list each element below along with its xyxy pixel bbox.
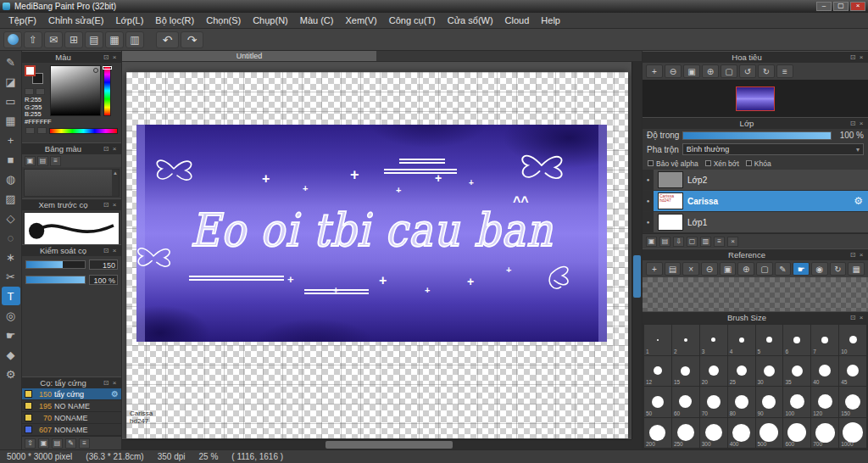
layer-checkbox-2[interactable]: Khóa: [746, 159, 771, 168]
gear-icon[interactable]: ⚙: [111, 389, 119, 399]
clipboard-icon[interactable]: ⊞: [64, 31, 83, 48]
brush-size-150[interactable]: 150: [839, 387, 866, 417]
horizontal-scrollbar[interactable]: [122, 439, 632, 449]
slider-value[interactable]: 150: [89, 259, 118, 270]
close-panel-icon[interactable]: ×: [110, 53, 119, 61]
brush-size-300[interactable]: 300: [700, 418, 727, 449]
float-panel-icon[interactable]: ⊡: [102, 247, 110, 254]
gradient-tool[interactable]: ▨: [2, 189, 20, 208]
ref-close-icon[interactable]: ×: [682, 262, 699, 276]
close-panel-icon[interactable]: ×: [110, 247, 119, 254]
float-panel-icon[interactable]: ⊡: [102, 201, 110, 209]
transparent-color-button[interactable]: [36, 88, 45, 95]
float-panel-icon[interactable]: ⊡: [102, 145, 110, 153]
brush-size-80[interactable]: 80: [728, 387, 755, 417]
brush-size-600[interactable]: 600: [783, 418, 810, 449]
folder-icon[interactable]: ▢: [687, 237, 698, 247]
brush-size-2[interactable]: 2: [672, 325, 699, 355]
duplicate-layer-icon[interactable]: ▥: [700, 237, 711, 247]
menu-item-0[interactable]: Tệp(F): [3, 14, 42, 27]
float-panel-icon[interactable]: ⊡: [849, 120, 857, 127]
layer-row[interactable]: ●Lớp2: [643, 170, 868, 191]
brush-item[interactable]: 607NONAME: [22, 424, 121, 436]
vertical-scrollbar[interactable]: [632, 62, 642, 439]
import-layer-icon[interactable]: ⇩: [673, 237, 684, 247]
gear-icon[interactable]: ⚙: [854, 195, 863, 207]
ref-hand-icon[interactable]: ☛: [793, 262, 810, 276]
brush-size-200[interactable]: 200: [644, 418, 671, 449]
brush-size-90[interactable]: 90: [756, 387, 783, 417]
nav-zoom-in-icon[interactable]: ⊕: [702, 64, 719, 78]
undo-button[interactable]: ↶: [156, 31, 179, 48]
visibility-dot[interactable]: ●: [643, 170, 654, 190]
slider-track[interactable]: [25, 276, 86, 284]
brush-size-10[interactable]: 10: [839, 325, 866, 355]
ref-zoom-in-icon[interactable]: ⊕: [737, 262, 754, 276]
brush-item[interactable]: 150tẩy cứng⚙: [22, 388, 121, 400]
brush-size-7[interactable]: 7: [811, 325, 838, 355]
brush-item[interactable]: 195NO NAME: [22, 400, 121, 412]
brush-size-1000[interactable]: 1000: [839, 418, 866, 449]
foreground-color-swatch[interactable]: [25, 65, 36, 76]
layer-row[interactable]: ●Carissa hd247Carissa⚙: [643, 191, 868, 212]
nav-actual-size-icon[interactable]: ▢: [721, 64, 737, 78]
paint-brush-icon[interactable]: [3, 31, 22, 48]
swap-colors-button[interactable]: [25, 88, 34, 95]
brush-size-100[interactable]: 100: [783, 387, 810, 417]
brush-size-slider[interactable]: 150: [25, 259, 118, 270]
ref-move-icon[interactable]: +: [646, 262, 663, 276]
layer-checkbox-1[interactable]: Xén bớt: [705, 159, 739, 168]
hue-slider[interactable]: [103, 65, 111, 116]
menu-item-6[interactable]: Màu (C): [294, 14, 340, 27]
delete-swatch-icon[interactable]: ▤: [37, 156, 48, 166]
export-icon[interactable]: ⇧: [24, 31, 42, 48]
fill-rect-tool[interactable]: ■: [2, 150, 20, 169]
move-tool[interactable]: +: [2, 131, 20, 149]
ref-actual-size-icon[interactable]: ▢: [756, 262, 773, 276]
shape-tool[interactable]: ◇: [2, 209, 20, 227]
text-tool[interactable]: T: [2, 287, 20, 305]
brush-size-40[interactable]: 40: [811, 356, 838, 387]
blend-mode-select[interactable]: Bình thường ▾: [682, 143, 864, 155]
bucket-tool[interactable]: ◍: [2, 170, 20, 188]
menu-item-7[interactable]: Xem(V): [339, 14, 382, 27]
ref-grid-icon[interactable]: ▦: [848, 262, 865, 276]
float-panel-icon[interactable]: ⊡: [849, 53, 857, 61]
ref-folder-icon[interactable]: ▤: [665, 262, 682, 276]
brush-size-1[interactable]: 1: [644, 325, 671, 355]
saturation-value-picker[interactable]: [50, 65, 101, 116]
nav-pan-icon[interactable]: +: [646, 64, 663, 78]
hand-tool[interactable]: ☛: [2, 326, 20, 344]
ref-fit-icon[interactable]: ▣: [720, 262, 737, 276]
add-brush-icon[interactable]: ▣: [38, 438, 49, 449]
brush-size-45[interactable]: 45: [839, 356, 866, 387]
brush-size-50[interactable]: 50: [644, 387, 671, 417]
lasso-tool[interactable]: ◌: [2, 228, 20, 247]
stamp-tool[interactable]: ▦: [2, 111, 20, 130]
brush-size-120[interactable]: 120: [811, 387, 838, 417]
close-panel-icon[interactable]: ×: [857, 53, 865, 61]
select-tool[interactable]: ▭: [2, 92, 20, 110]
document-icon[interactable]: ▤: [85, 31, 103, 48]
new-layer-icon[interactable]: ▣: [646, 237, 657, 247]
menu-item-8[interactable]: Công cụ(T): [383, 14, 442, 27]
nav-rotate-left-icon[interactable]: ↺: [739, 64, 756, 78]
ref-rotate-icon[interactable]: ↻: [830, 262, 847, 276]
upload-brush-icon[interactable]: ⇧: [25, 438, 36, 449]
close-panel-icon[interactable]: ×: [857, 120, 865, 127]
slider-value[interactable]: 100 %: [89, 275, 118, 285]
menu-item-11[interactable]: Help: [535, 14, 566, 27]
navigator-thumbnail[interactable]: [736, 86, 775, 111]
grid-icon[interactable]: ▦: [105, 31, 124, 48]
brush-size-700[interactable]: 700: [811, 418, 838, 449]
color-bar[interactable]: [49, 128, 118, 134]
canvas[interactable]: Eo oi tbi cau ban ^^ ++++++++++++ Cariss…: [126, 72, 628, 438]
brush-size-60[interactable]: 60: [672, 387, 699, 417]
ref-zoom-out-icon[interactable]: ⊖: [701, 262, 718, 276]
float-panel-icon[interactable]: ⊡: [849, 251, 857, 259]
float-panel-icon[interactable]: ⊡: [102, 379, 110, 387]
horizontal-scrollbar-thumb[interactable]: [326, 441, 453, 449]
brush-size-30[interactable]: 30: [756, 356, 783, 387]
layer-row[interactable]: ●Lớp1: [643, 212, 868, 233]
visibility-dot[interactable]: ●: [643, 191, 654, 211]
